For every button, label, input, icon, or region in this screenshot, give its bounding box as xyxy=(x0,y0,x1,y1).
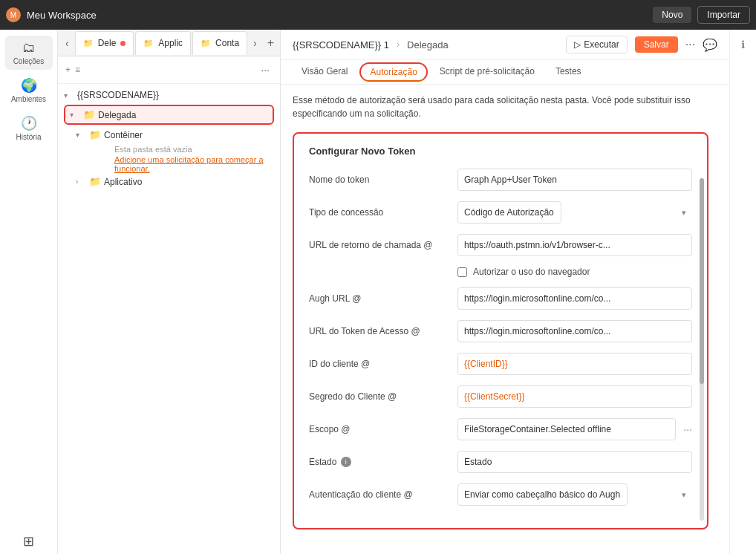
tree-delegada-label: Delegada xyxy=(98,110,136,120)
tab-dot xyxy=(120,41,126,46)
input-segredo-cliente[interactable] xyxy=(457,385,692,408)
filter-icon[interactable]: ≡ xyxy=(75,65,80,75)
tab-autorizacao[interactable]: Autorização xyxy=(359,62,427,82)
scrollbar-thumb xyxy=(700,178,704,384)
collections-panel: ‹ 📁 Dele 📁 Applic 📁 Conta › + ··· {{SRSC… xyxy=(58,30,281,554)
tree-toggle-container[interactable]: ▾ xyxy=(76,131,86,139)
select-tipo-concessao[interactable]: Código de Autorização xyxy=(457,201,561,224)
tree-root[interactable]: ▾ {{SRSCODENAME}} xyxy=(58,87,280,103)
input-nome-token[interactable] xyxy=(457,169,692,191)
sidebar-item-collections[interactable]: 🗂 Coleções xyxy=(5,36,53,70)
save-button[interactable]: Salvar xyxy=(635,36,678,53)
play-icon: ▷ xyxy=(574,39,581,50)
label-url-token: URL do Token de Acesso @ xyxy=(309,326,450,336)
label-escopo: Escopo @ xyxy=(309,424,450,434)
folder-icon-2: 📁 xyxy=(143,39,154,48)
tree-add-link[interactable]: Adicione uma solicitação para começar a … xyxy=(114,155,280,173)
select-autenticacao[interactable]: Enviar como cabeçalho básico do Augh xyxy=(457,483,628,506)
right-info-button[interactable]: ℹ xyxy=(741,39,745,50)
tab-visao-geral[interactable]: Visão Geral xyxy=(293,60,356,84)
token-config-panel: Configurar Novo Token Nome do token Tipo… xyxy=(293,132,708,529)
collections-tabs-bar: ‹ 📁 Dele 📁 Applic 📁 Conta › + ··· {{SRSC… xyxy=(58,30,280,56)
input-auth-url[interactable] xyxy=(457,287,692,310)
panel-more-button[interactable]: ··· xyxy=(258,62,273,77)
tree-aplicativo[interactable]: › 📁 Aplicativo xyxy=(58,173,280,190)
label-segredo-cliente: Segredo do Cliente @ xyxy=(309,391,450,402)
folder-icon: 📁 xyxy=(83,39,94,48)
select-wrapper-autenticacao: Enviar como cabeçalho básico do Augh xyxy=(457,483,692,506)
tree-container[interactable]: ▾ 📁 Contêiner xyxy=(70,126,280,143)
info-text: Esse método de autorização será usado pa… xyxy=(293,94,717,120)
message-icon-button[interactable]: 💬 xyxy=(703,38,717,52)
history-icon: 🕐 xyxy=(21,115,37,131)
workspace-name: Meu Workspace xyxy=(27,10,97,21)
label-browser: Autorizar o uso do navegador xyxy=(473,267,590,277)
tab-contato[interactable]: 📁 Conta xyxy=(192,31,247,55)
right-panel: ℹ xyxy=(729,30,756,554)
tree-toggle-root[interactable]: ▾ xyxy=(64,91,74,100)
environments-icon: 🌍 xyxy=(21,77,37,94)
tree-indent-container: ▾ 📁 Contêiner Esta pasta está vazia Adic… xyxy=(70,126,280,173)
tab-nav-left[interactable]: ‹ xyxy=(61,37,74,49)
panel-header: + ≡ ··· xyxy=(58,56,280,84)
estado-info-icon[interactable]: i xyxy=(341,457,351,467)
input-url-retorno[interactable] xyxy=(457,234,692,256)
select-wrapper-tipo: Código de Autorização xyxy=(457,201,692,224)
tabs-nav: Visão Geral Autorização Script de pré-so… xyxy=(281,60,729,85)
other-icon: ⊞ xyxy=(23,533,34,550)
folder-container-icon: 📁 xyxy=(89,129,101,140)
form-row-url-retorno: URL de retorno de chamada @ xyxy=(309,234,692,256)
tab-contato-label: Conta xyxy=(215,38,239,48)
content-area: {{SRSCODENAME}} 1 › Delegada ▷ Executar … xyxy=(281,30,729,554)
form-row-url-token: URL do Token de Acesso @ xyxy=(309,320,692,342)
label-id-cliente: ID do cliente @ xyxy=(309,359,450,369)
main-layout: 🗂 Coleções 🌍 Ambientes 🕐 História ⊞ ‹ 📁 … xyxy=(0,30,756,554)
tree-toggle-aplicativo[interactable]: › xyxy=(76,177,86,186)
tab-delegada-label: Dele xyxy=(98,38,117,48)
tab-script-pre[interactable]: Script de pré-solicitação xyxy=(431,60,544,84)
form-row-autenticacao: Autenticação do cliente @ Enviar como ca… xyxy=(309,483,692,506)
tree-toggle-delegada[interactable]: ▾ xyxy=(70,111,80,119)
form-row-estado: Estado i xyxy=(309,451,692,473)
tree-area: ▾ {{SRSCODENAME}} ▾ 📁 Delegada ▾ 📁 Contê… xyxy=(58,84,280,554)
sidebar-item-other[interactable]: ⊞ xyxy=(5,529,53,554)
collections-icon: 🗂 xyxy=(22,40,36,56)
input-escopo[interactable] xyxy=(457,418,676,440)
plus-icon[interactable]: + xyxy=(65,65,71,75)
tree-delegada[interactable]: ▾ 📁 Delegada xyxy=(64,105,274,125)
input-estado[interactable] xyxy=(457,451,692,473)
sidebar-label-environments: Ambientes xyxy=(11,95,46,103)
sidebar-item-history[interactable]: 🕐 História xyxy=(5,111,53,146)
form-row-auth-url: Augh URL @ xyxy=(309,287,692,310)
sidebar: 🗂 Coleções 🌍 Ambientes 🕐 História ⊞ xyxy=(0,30,58,554)
workspace-avatar: M xyxy=(6,7,21,22)
form-row-tipo-concessao: Tipo de concessão Código de Autorização xyxy=(309,201,692,224)
sidebar-label-history: História xyxy=(16,133,42,141)
folder-delegada-icon: 📁 xyxy=(83,109,95,120)
header-more-button[interactable]: ··· xyxy=(685,38,695,51)
tab-delegada[interactable]: 📁 Dele xyxy=(75,31,134,55)
checkbox-browser[interactable] xyxy=(457,267,467,277)
execute-button[interactable]: ▷ Executar xyxy=(566,36,627,53)
new-button[interactable]: Novo xyxy=(653,7,691,23)
sidebar-item-environments[interactable]: 🌍 Ambientes xyxy=(5,73,53,108)
tree-empty-text: Esta pasta está vazia xyxy=(114,143,280,155)
input-url-token[interactable] xyxy=(457,320,692,342)
form-row-escopo: Escopo @ ··· xyxy=(309,418,692,440)
breadcrumb-sub: Delegada xyxy=(407,39,449,50)
tree-aplicativo-label: Aplicativo xyxy=(104,177,142,187)
tab-testes[interactable]: Testes xyxy=(547,60,590,84)
tree-root-label: {{SRSCODENAME}} xyxy=(77,90,159,100)
tab-nav-right[interactable]: › xyxy=(249,37,261,49)
label-nome-token: Nome do token xyxy=(309,175,450,185)
tab-applicacoes[interactable]: 📁 Applic xyxy=(135,31,191,55)
tab-add-button[interactable]: + xyxy=(263,36,278,50)
scrollbar[interactable] xyxy=(700,178,704,521)
content-body: Esse método de autorização será usado pa… xyxy=(281,85,729,554)
tab-applicacoes-label: Applic xyxy=(158,38,183,48)
label-autenticacao: Autenticação do cliente @ xyxy=(309,489,450,500)
import-button[interactable]: Importar xyxy=(697,6,750,24)
scope-more-button[interactable]: ··· xyxy=(683,423,692,435)
input-id-cliente[interactable] xyxy=(457,353,692,375)
form-row-id-cliente: ID do cliente @ xyxy=(309,353,692,375)
